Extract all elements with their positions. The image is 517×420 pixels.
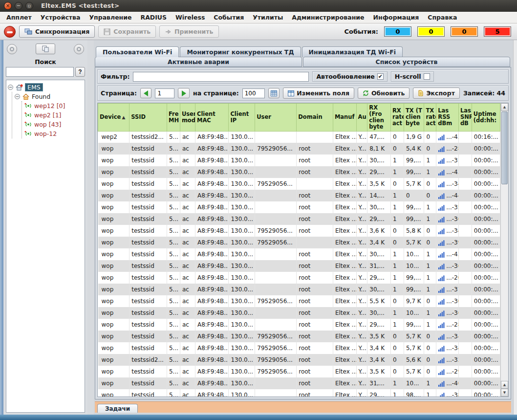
table-row[interactable]: woptestssid5...acA8:F9:4B...130.0...7952…: [98, 225, 500, 237]
tree-toggle-found[interactable]: −: [15, 94, 20, 99]
table-row[interactable]: woptestssid5...acA8:F9:4B...130.0...root…: [98, 260, 500, 272]
scrollbar-thumb[interactable]: [501, 111, 508, 184]
tree-toggle-ems[interactable]: −: [8, 85, 13, 90]
filter-input[interactable]: [133, 72, 309, 82]
column-header-domain[interactable]: Domain: [297, 104, 333, 132]
tab-ap-monitoring[interactable]: Мониторинг конкурентных ТД: [180, 46, 301, 57]
tree-item-found[interactable]: − Found: [15, 92, 83, 101]
synchronize-button[interactable]: Синхронизация: [19, 25, 95, 38]
tree-item-wop[interactable]: wop [43]: [24, 120, 83, 129]
table-row[interactable]: woptestssid5...acA8:F9:4B...130.0...7952…: [98, 366, 500, 377]
event-counter-critical[interactable]: 5: [484, 26, 511, 37]
menu-radius[interactable]: RADIUS: [136, 12, 171, 22]
scroll-up-icon[interactable]: ▲: [501, 103, 508, 111]
table-row[interactable]: woptestssid5...acA8:F9:4B...130.0...root…: [98, 377, 500, 389]
menu-wireless[interactable]: Wireless: [171, 12, 209, 22]
edit-columns-button[interactable]: Изменить поля: [283, 88, 354, 99]
column-header-tx_rate[interactable]: TX rate act: [424, 104, 436, 132]
tree-label-wop-12[interactable]: wop-12: [34, 130, 57, 137]
tree-collapse-button[interactable]: [7, 44, 17, 54]
apply-button[interactable]: Применить: [159, 25, 218, 38]
search-input[interactable]: [6, 67, 74, 77]
menu-management[interactable]: Управление: [85, 12, 136, 22]
alarm-status-icon[interactable]: [4, 26, 16, 38]
table-row[interactable]: woptestssid5...acA8:F9:4B...130.0...root…: [98, 190, 500, 201]
search-help-button[interactable]: ?: [75, 67, 85, 77]
column-header-user_mode[interactable]: User mod: [180, 104, 195, 132]
table-row[interactable]: woptestssid5...acA8:F9:4B...130.0...root…: [98, 284, 500, 295]
close-window-button[interactable]: ×: [4, 2, 12, 10]
vertical-scrollbar[interactable]: ▲ ▲ ▼: [500, 103, 508, 397]
hscroll-group[interactable]: H-scroll: [391, 71, 434, 82]
table-row[interactable]: woptestssid5...acA8:F9:4B...130.0...7952…: [98, 237, 500, 248]
per-page-input[interactable]: [242, 88, 265, 98]
column-header-manufacturer[interactable]: Manuf: [333, 104, 356, 132]
column-header-uptime[interactable]: Uptime (dd:hh:: [472, 104, 500, 132]
column-header-last_snr_db[interactable]: Las SNR dB: [458, 104, 472, 132]
tab-wifi-users[interactable]: Пользователи Wi-Fi: [96, 46, 179, 57]
tree-item-ems[interactable]: − EMS: [8, 83, 83, 92]
hscroll-checkbox[interactable]: [424, 73, 430, 80]
column-header-last_rssi_dbm[interactable]: Las RSS dBm: [436, 104, 459, 132]
prev-page-button[interactable]: [140, 88, 152, 98]
menu-information[interactable]: Информация: [369, 12, 424, 22]
table-row[interactable]: woptestssid5...acA8:F9:4B...130.0...root…: [98, 201, 500, 213]
event-counter-info[interactable]: 0: [384, 26, 411, 37]
autorefresh-checkbox[interactable]: [377, 73, 384, 80]
menu-events[interactable]: События: [209, 12, 248, 22]
table-row[interactable]: woptestssid5...acA8:F9:4B...130.0...root…: [98, 213, 500, 225]
table-settings-button[interactable]: [268, 88, 280, 98]
table-row[interactable]: woptestssid5...acA8:F9:4B...130.0...7952…: [98, 295, 500, 307]
menu-administration[interactable]: Администрирование: [287, 12, 368, 22]
column-header-device[interactable]: Device▲: [98, 104, 129, 132]
tree-label-wep12[interactable]: wep12 [0]: [34, 102, 65, 110]
refresh-button[interactable]: Обновить: [358, 88, 409, 99]
tasks-tab[interactable]: Задачи: [97, 404, 138, 413]
scrollbar-track[interactable]: [501, 111, 508, 381]
tree-label-ems[interactable]: EMS: [25, 83, 43, 91]
tree-copy-button[interactable]: [36, 44, 55, 54]
event-counter-major[interactable]: 0: [451, 26, 478, 37]
table-row[interactable]: woptestssid5...acA8:F9:4B...130.0...root…: [98, 166, 500, 178]
table-row[interactable]: woptestssid5...acA8:F9:4B...130.0...root…: [98, 155, 500, 166]
table-row[interactable]: woptestssid5...acA8:F9:4B...130.0...7952…: [98, 342, 500, 354]
title-bar[interactable]: × − ▫ Eltex.EMS <test:test>: [0, 0, 517, 12]
column-header-freq_mhz[interactable]: Fre MH: [167, 104, 180, 132]
event-counter-warning[interactable]: 0: [417, 26, 445, 37]
table-row[interactable]: woptestssid5...acA8:F9:4B...130.0...7952…: [98, 178, 500, 190]
export-button[interactable]: Экспорт: [413, 88, 459, 99]
scroll-up-bottom-icon[interactable]: ▲: [501, 381, 508, 389]
tab-device-list[interactable]: Список устройств: [303, 57, 510, 67]
column-header-client_ip[interactable]: Client IP: [229, 104, 255, 132]
splitter-handle[interactable]: [87, 40, 94, 415]
column-header-user[interactable]: User: [255, 104, 297, 132]
column-header-client_mac[interactable]: Client MAC: [195, 104, 228, 132]
table-row[interactable]: woptestssid5...acA8:F9:4B...130.0...7952…: [98, 331, 500, 342]
table-row[interactable]: woptestssid5...acA8:F9:4B...130.0...root…: [98, 248, 500, 260]
column-header-ssid[interactable]: SSID: [129, 104, 167, 132]
autorefresh-group[interactable]: Автообновление: [312, 71, 387, 82]
page-number-input[interactable]: [155, 88, 174, 98]
menu-applet[interactable]: Апплет: [2, 12, 36, 22]
column-header-rx_rate[interactable]: RX rate act: [391, 104, 404, 132]
tree-label-found[interactable]: Found: [32, 93, 50, 100]
column-header-rx_from_client_bytes[interactable]: RX (Fro clien byte: [367, 104, 391, 132]
save-button[interactable]: Сохранить: [98, 25, 156, 38]
table-row[interactable]: woptestssid5...acA8:F9:4B...130.0...root…: [98, 307, 500, 319]
minimize-window-button[interactable]: −: [15, 2, 22, 10]
column-header-tx_to_client_bytes[interactable]: TX (T clien byte: [404, 104, 424, 132]
table-row[interactable]: woptestssid5...acA8:F9:4B...130.0...root…: [98, 272, 500, 284]
menu-devices[interactable]: Устройства: [36, 12, 85, 22]
table-row[interactable]: woptestssid5...acA8:F9:4B...130.0...root…: [98, 389, 500, 397]
tree-item-wop-12[interactable]: wop-12: [24, 129, 83, 138]
menu-help[interactable]: Справка: [423, 12, 461, 22]
maximize-window-button[interactable]: ▫: [25, 2, 33, 10]
tree-item-wep2[interactable]: wep2 [1]: [24, 111, 83, 120]
scroll-down-icon[interactable]: ▼: [501, 389, 508, 397]
tab-ap-initialization[interactable]: Инициализация ТД Wi-Fi: [302, 46, 403, 57]
tree-label-wep2[interactable]: wep2 [1]: [34, 111, 61, 119]
menu-utilities[interactable]: Утилиты: [248, 12, 287, 22]
next-page-button[interactable]: [178, 88, 190, 98]
table-row[interactable]: woptestssid5...acA8:F9:4B...130.0...7952…: [98, 143, 500, 155]
table-row[interactable]: woptestssid2...5...acA8:F9:4B...130.0...…: [98, 354, 500, 366]
